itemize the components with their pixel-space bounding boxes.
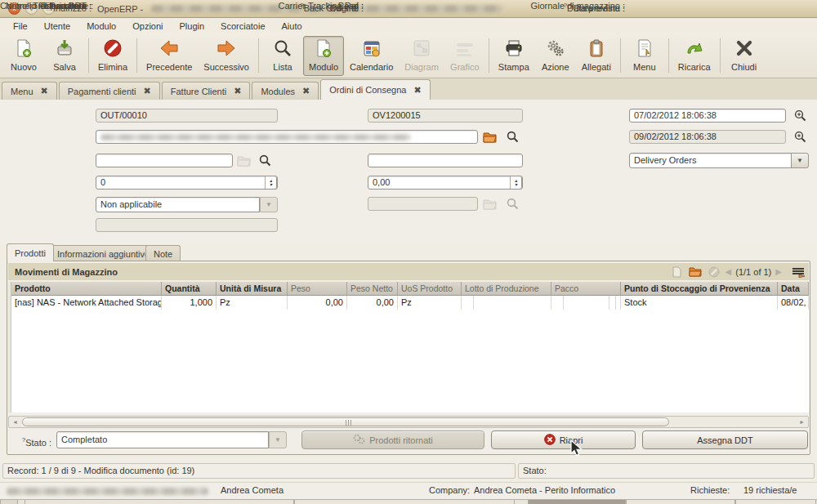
next-button[interactable]: Successivo bbox=[198, 36, 255, 76]
notebook-tab-prodotti[interactable]: Prodotti bbox=[7, 243, 54, 261]
menu-opzioni[interactable]: Opzioni bbox=[124, 19, 171, 33]
strip-segment bbox=[25, 500, 294, 504]
toolbar-separator bbox=[668, 38, 669, 73]
trasportatore-field[interactable] bbox=[96, 154, 233, 167]
close-tab-icon[interactable]: ✖ bbox=[302, 86, 310, 96]
search-record-icon[interactable] bbox=[505, 130, 520, 143]
cell-unita-misura[interactable]: Pz bbox=[217, 296, 288, 310]
openerp-window: x v □ OpenERP - File Utente Modulo Opzio… bbox=[0, 0, 817, 504]
assegna-ddt-button[interactable]: Assegna DDT bbox=[642, 430, 808, 449]
carrier-tracking-field[interactable] bbox=[368, 154, 523, 167]
horizontal-scrollbar[interactable]: ◂ ▸ bbox=[8, 416, 809, 428]
data-ordine-field[interactable]: 07/02/2012 18:06:38 bbox=[629, 109, 786, 123]
col-pacco[interactable]: Pacco bbox=[551, 282, 621, 296]
col-unita-misura[interactable]: Unità di Misura bbox=[217, 282, 288, 296]
strip-segment-active bbox=[528, 500, 626, 504]
stato-combobox[interactable]: Completato bbox=[56, 431, 269, 448]
open-record-folder-icon[interactable] bbox=[482, 130, 497, 143]
close-tab-icon[interactable]: ✖ bbox=[234, 86, 241, 96]
list-view-button[interactable]: Lista bbox=[262, 36, 303, 76]
search-record-icon-disabled bbox=[505, 197, 520, 210]
previous-button[interactable]: Precedente bbox=[141, 36, 198, 76]
tab-pagamenti-clienti[interactable]: Pagamenti clienti✖ bbox=[59, 82, 160, 100]
tab-menu[interactable]: Menu✖ bbox=[2, 82, 57, 100]
tab-modules[interactable]: Modules✖ bbox=[252, 82, 319, 100]
close-tab-icon[interactable]: ✖ bbox=[41, 86, 48, 96]
attachments-button[interactable]: Allegati bbox=[576, 36, 617, 76]
menu-utente[interactable]: Utente bbox=[36, 19, 78, 33]
print-button[interactable]: Stampa bbox=[493, 36, 535, 76]
col-punto-stoccaggio[interactable]: Punto di Stoccaggio di Provenienza bbox=[621, 282, 778, 296]
col-uos-prodotto[interactable]: UoS Prodotto bbox=[398, 282, 462, 296]
col-prodotto[interactable]: Prodotto bbox=[11, 282, 162, 296]
calendar-view-button[interactable]: Calendario bbox=[344, 36, 399, 76]
cell-peso-netto[interactable]: 0,00 bbox=[347, 296, 398, 310]
numero-pacchetti-spinner[interactable]: 0 ▴▾ bbox=[96, 176, 278, 190]
scroll-left-icon[interactable]: ◂ bbox=[9, 417, 21, 427]
scrollbar-grip bbox=[346, 420, 351, 426]
menu-plugin[interactable]: Plugin bbox=[172, 19, 213, 33]
col-lotto-produzione[interactable]: Lotto di Produzione bbox=[462, 282, 551, 296]
tab-ordini-di-consegna[interactable]: Ordini di Consegna✖ bbox=[320, 79, 430, 100]
mouse-cursor bbox=[570, 439, 583, 461]
scrollbar-thumb[interactable] bbox=[22, 417, 669, 426]
action-button[interactable]: Azione bbox=[535, 36, 576, 76]
data-prevista-field: 09/02/2012 18:06:38 bbox=[629, 130, 786, 144]
ddt-field bbox=[96, 218, 278, 232]
delete-button[interactable]: Elimina bbox=[92, 36, 133, 76]
spinner-arrows-icon[interactable]: ▴▾ bbox=[510, 176, 522, 190]
date-zoom-icon[interactable] bbox=[792, 130, 807, 143]
col-quantita[interactable]: Quantità bbox=[162, 282, 217, 296]
close-tab-button[interactable]: Chiudi bbox=[724, 36, 765, 76]
company-label: Company: bbox=[429, 485, 470, 495]
new-page-icon bbox=[14, 38, 33, 60]
subcell-separator bbox=[563, 296, 564, 310]
col-data[interactable]: Data bbox=[778, 282, 809, 296]
cell-punto-stoccaggio[interactable]: Stock bbox=[621, 296, 778, 310]
save-button[interactable]: Salva bbox=[44, 36, 85, 76]
title-bar: x v □ OpenERP - bbox=[0, 0, 817, 18]
scroll-right-icon[interactable]: ▸ bbox=[796, 417, 808, 427]
form-page-icon bbox=[314, 38, 333, 60]
controllo-fatturazione-combobox[interactable]: Non applicabile bbox=[96, 197, 260, 212]
col-peso[interactable]: Peso bbox=[288, 282, 347, 296]
notebook-tab-informazioni[interactable]: Informazioni aggiuntive bbox=[49, 245, 158, 261]
giornale-dropdown-icon[interactable]: ▼ bbox=[791, 153, 809, 168]
open-line-folder-icon[interactable] bbox=[688, 265, 703, 279]
spinner-arrows-icon[interactable]: ▴▾ bbox=[265, 176, 277, 190]
pager-next-icon: ▶ bbox=[775, 267, 782, 276]
close-tab-icon[interactable]: ✖ bbox=[144, 86, 151, 96]
search-icon bbox=[273, 38, 292, 60]
form-view-button[interactable]: Modulo bbox=[303, 36, 344, 76]
date-zoom-icon[interactable] bbox=[792, 109, 807, 122]
cell-uos-prodotto[interactable]: Pz bbox=[398, 296, 462, 310]
notebook-tab-note[interactable]: Note bbox=[145, 245, 181, 261]
cell-quantita[interactable]: 1,000 bbox=[162, 296, 217, 310]
menu-scorciatoie[interactable]: Scorciatoie bbox=[212, 19, 273, 33]
new-button[interactable]: Nuovo bbox=[3, 36, 44, 76]
diagram-icon bbox=[412, 38, 431, 60]
cell-pacco[interactable] bbox=[551, 296, 621, 310]
cell-prodotto[interactable]: [nas] NAS - Network Attached Storage bbox=[11, 296, 162, 310]
search-record-icon[interactable] bbox=[257, 154, 272, 167]
menu-aiuto[interactable]: Aiuto bbox=[274, 19, 310, 33]
riapri-button[interactable]: Riapri bbox=[491, 430, 636, 449]
switch-view-icon[interactable] bbox=[791, 265, 806, 279]
cell-data[interactable]: 08/02, bbox=[778, 296, 809, 310]
peso-spinner[interactable]: 0,00 ▴▾ bbox=[368, 176, 523, 190]
menu-modulo[interactable]: Modulo bbox=[78, 19, 124, 33]
cell-lotto-produzione[interactable] bbox=[462, 296, 551, 310]
stato-dropdown-icon: ▼ bbox=[269, 431, 287, 448]
open-record-folder-icon-disabled bbox=[236, 154, 251, 167]
col-peso-netto[interactable]: Peso Netto bbox=[347, 282, 398, 296]
menu-file[interactable]: File bbox=[5, 19, 36, 33]
indirizzo-field[interactable] bbox=[96, 130, 478, 144]
cell-peso[interactable]: 0,00 bbox=[288, 296, 347, 310]
menu-view-button[interactable]: Menu bbox=[624, 36, 665, 76]
close-tab-icon[interactable]: ✖ bbox=[413, 85, 421, 96]
requests-value[interactable]: 19 richiesta/e bbox=[743, 485, 797, 495]
giornale-label: Giornale di magazzino : bbox=[490, 0, 625, 11]
tab-fatture-clienti[interactable]: Fatture Clienti✖ bbox=[162, 82, 251, 100]
reload-button[interactable]: Ricarica bbox=[672, 36, 717, 76]
giornale-combobox[interactable]: Delivery Orders bbox=[629, 153, 792, 168]
